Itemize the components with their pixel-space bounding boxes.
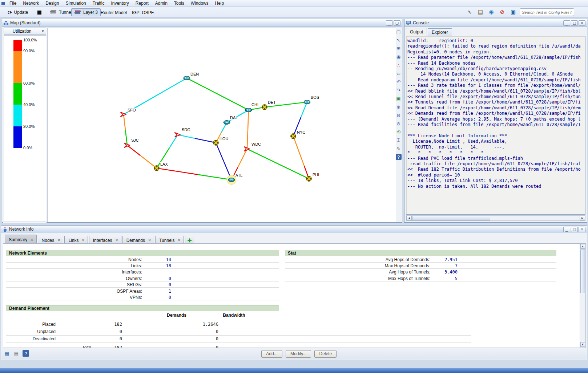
help-info-icon[interactable]: ? bbox=[23, 350, 29, 357]
netinfo-vscrollbar[interactable]: ▲ ▼ bbox=[580, 244, 585, 348]
map-node-NYC[interactable]: NYC bbox=[291, 130, 306, 139]
map-node-HOU[interactable]: HOU bbox=[213, 137, 229, 146]
map-node-DEN[interactable]: DEN bbox=[184, 72, 199, 80]
console-titlebar[interactable]: Console ▁ ▢ × bbox=[404, 19, 587, 27]
menu-windows[interactable]: Windows bbox=[188, 0, 212, 7]
console-close-button[interactable]: × bbox=[579, 20, 585, 26]
close-tab-icon[interactable]: ✕ bbox=[81, 238, 85, 243]
marquee-select-icon[interactable]: ▢ bbox=[396, 29, 402, 35]
close-tab-icon[interactable]: ✕ bbox=[177, 238, 181, 243]
map-node-BOS[interactable]: BOS bbox=[304, 95, 319, 104]
zoom-selected-icon[interactable]: ⊙ bbox=[396, 121, 402, 126]
menu-inventory[interactable]: Inventory bbox=[108, 0, 132, 7]
tab-links[interactable]: Links✕ bbox=[64, 236, 88, 243]
tab-demands[interactable]: Demands✕ bbox=[122, 236, 154, 243]
close-tab-icon[interactable]: ✕ bbox=[148, 238, 151, 243]
console-output[interactable]: wandlid: regionList: 0readregiondef(): f… bbox=[406, 36, 585, 215]
web-icon[interactable]: ◉ bbox=[488, 8, 495, 16]
tools-icon[interactable]: ✎ bbox=[396, 146, 402, 151]
menu-report[interactable]: Report bbox=[132, 0, 152, 7]
scroll-thumb[interactable] bbox=[412, 216, 490, 220]
tab-explorer[interactable]: Explorer bbox=[428, 28, 452, 36]
scroll-left-icon[interactable]: ◄ bbox=[406, 216, 412, 220]
diagnose-icon[interactable]: ∿ bbox=[466, 8, 473, 16]
console-line: --- Read parameter file /export/home/wan… bbox=[407, 55, 584, 60]
zoom-in-icon[interactable]: ⊕ bbox=[396, 104, 402, 110]
link-SJC-LAX[interactable] bbox=[127, 145, 157, 168]
background-map-icon[interactable]: ▣ bbox=[396, 96, 402, 101]
menu-file[interactable]: File bbox=[6, 0, 20, 7]
label-tool-icon[interactable]: ⌶ bbox=[396, 137, 402, 143]
network-info-titlebar[interactable]: Network Info ▁ ▢ × bbox=[1, 226, 587, 233]
link-CHI-WDC[interactable] bbox=[247, 110, 249, 149]
group-select-icon[interactable]: ◉ bbox=[396, 54, 402, 60]
menu-admin[interactable]: Admin bbox=[152, 0, 171, 7]
tab-nodes[interactable]: Nodes✕ bbox=[38, 236, 64, 243]
scroll-up-icon[interactable]: ▲ bbox=[580, 244, 585, 249]
scroll-right-icon[interactable]: ► bbox=[580, 216, 585, 220]
add-button[interactable]: Add... bbox=[261, 350, 282, 358]
menu-traffic[interactable]: Traffic bbox=[89, 0, 108, 7]
console-hscrollbar[interactable]: ◄ ► bbox=[406, 215, 585, 221]
menu-simulation[interactable]: Simulation bbox=[63, 0, 89, 7]
link-HOU-ATL[interactable] bbox=[216, 143, 231, 180]
link-SDG-HOU[interactable] bbox=[178, 135, 216, 143]
map-canvas[interactable]: DENSFOSJCSDGLAXHOUDALCHIDETBOSNYCWDCATLP… bbox=[47, 28, 396, 222]
map-node-CHI[interactable]: CHI bbox=[245, 102, 258, 112]
tab-output[interactable]: Output bbox=[406, 28, 427, 36]
redo-icon[interactable]: ↷ bbox=[396, 87, 402, 93]
link-LAX-ATL[interactable] bbox=[157, 168, 231, 180]
close-tab-icon[interactable]: ✕ bbox=[30, 238, 33, 242]
search-icon[interactable]: ⌕ bbox=[570, 9, 574, 15]
report-icon[interactable]: ▤ bbox=[477, 8, 484, 16]
layout-icon[interactable]: ∴ bbox=[396, 62, 402, 68]
map-node-PHI[interactable]: PHI bbox=[306, 173, 319, 182]
map-node-DET[interactable]: DET bbox=[262, 100, 276, 110]
tab-tunnels[interactable]: Tunnels✕ bbox=[155, 236, 184, 243]
stat-row: Max Hops of Tunnels:5 bbox=[285, 275, 556, 281]
refresh-icon: ⟳ bbox=[8, 10, 12, 15]
scroll-down-icon[interactable]: ▼ bbox=[580, 342, 585, 347]
console-line: --- (Demand) Average hops: 2.95, Max hop… bbox=[407, 117, 584, 122]
console-window-icon[interactable]: ▣ bbox=[510, 8, 517, 16]
console-maximize-button[interactable]: ▢ bbox=[571, 20, 578, 26]
move-node-icon[interactable]: ⊞ bbox=[396, 45, 402, 51]
close-tab-icon[interactable]: ✕ bbox=[57, 238, 60, 243]
map-minimize-button[interactable]: ▁ bbox=[386, 20, 393, 26]
scroll-thumb[interactable] bbox=[580, 250, 585, 293]
menu-network[interactable]: Network bbox=[20, 0, 42, 7]
update-button[interactable]: ⟳ Update bbox=[5, 8, 31, 16]
netinfo-restore-button[interactable]: ▢ bbox=[571, 227, 578, 232]
console-minimize-button[interactable]: ▁ bbox=[563, 20, 570, 26]
save-icon[interactable]: ▦ bbox=[4, 350, 10, 357]
menu-help[interactable]: Help bbox=[212, 0, 227, 7]
layer3-button[interactable]: Layer 3 bbox=[71, 8, 101, 16]
stop-button[interactable] bbox=[35, 8, 44, 16]
link-DEN-CHI[interactable] bbox=[187, 78, 249, 110]
link-SFO-SJC[interactable] bbox=[124, 114, 127, 145]
layer3-icon bbox=[74, 10, 81, 15]
map-titlebar[interactable]: Map (Standard) ▁ ▢ bbox=[2, 19, 402, 27]
search-input[interactable] bbox=[520, 10, 570, 15]
undo-icon[interactable]: ↶ bbox=[396, 79, 402, 85]
delete-button[interactable]: Delete bbox=[314, 350, 337, 358]
tunnel-button[interactable]: Tunnel bbox=[47, 8, 74, 16]
close-tab-icon[interactable]: ✕ bbox=[115, 238, 118, 243]
add-tab-button[interactable]: ✚ bbox=[185, 236, 194, 243]
zoom-out-icon[interactable]: ⊖ bbox=[396, 112, 402, 118]
legend-mode-select[interactable]: Utilization ▼ bbox=[4, 28, 46, 35]
back-icon[interactable]: ⇦ bbox=[396, 70, 402, 76]
tab-interfaces[interactable]: Interfaces✕ bbox=[89, 236, 121, 243]
menu-design[interactable]: Design bbox=[42, 0, 62, 7]
stop-collection-icon[interactable]: ⊘ bbox=[499, 8, 506, 16]
tab-summary[interactable]: Summary✕ bbox=[5, 235, 37, 243]
print-icon[interactable]: ▤ bbox=[13, 350, 20, 357]
modify-button[interactable]: Modify... bbox=[286, 350, 311, 358]
menu-tools[interactable]: Tools bbox=[171, 0, 188, 7]
fit-view-icon[interactable]: ⟲ bbox=[396, 129, 402, 135]
pointer-select-icon[interactable]: ↖ bbox=[396, 37, 402, 43]
map-maximize-button[interactable]: ▢ bbox=[394, 20, 400, 26]
netinfo-close-button[interactable]: × bbox=[579, 227, 585, 232]
netinfo-minimize-button[interactable]: ▁ bbox=[563, 227, 570, 232]
help-icon[interactable]: ? bbox=[396, 154, 402, 160]
